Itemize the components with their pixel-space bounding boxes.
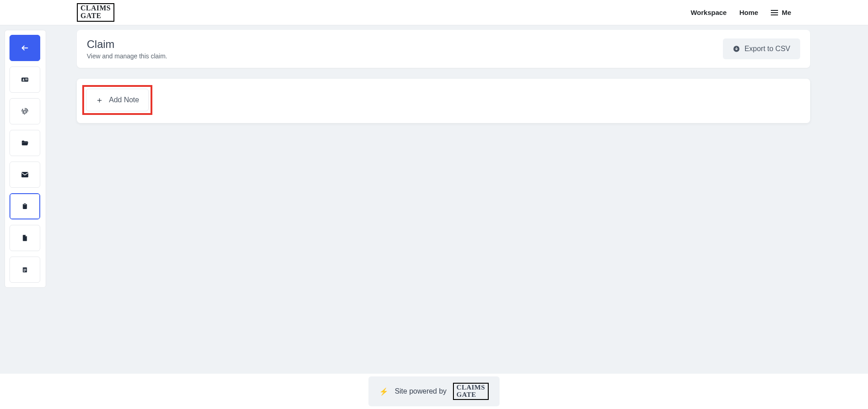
topbar: CLAIMS GATE Workspace Home Me: [0, 0, 868, 25]
svg-rect-4: [25, 80, 28, 80]
page-title: Claim: [87, 38, 167, 51]
brand-line2: GATE: [80, 12, 111, 20]
folder-open-icon: [21, 139, 29, 147]
footer-brand-logo: CLAIMS GATE: [453, 383, 489, 400]
svg-rect-10: [24, 271, 25, 271]
fingerprint-icon: [21, 107, 29, 115]
clipboard-icon: [21, 202, 29, 210]
export-csv-button[interactable]: Export to CSV: [723, 38, 800, 59]
svg-rect-8: [24, 269, 26, 270]
nav-right: Workspace Home Me: [691, 9, 791, 16]
bolt-icon: ⚡: [379, 387, 388, 396]
page-subtitle: View and manage this claim.: [87, 52, 167, 60]
sidebar-back-button[interactable]: [9, 35, 40, 61]
envelope-icon: [21, 171, 29, 179]
footer-powered-by: Site powered by: [395, 387, 447, 395]
nav-me-label: Me: [782, 9, 791, 16]
sidebar: [5, 30, 46, 288]
svg-rect-7: [23, 267, 27, 272]
notes-card: ＋ Add Note: [77, 79, 810, 123]
footer-brand-line2: GATE: [457, 391, 485, 399]
brand-line1: CLAIMS: [80, 5, 111, 12]
brand-logo[interactable]: CLAIMS GATE: [77, 3, 114, 22]
svg-rect-6: [24, 203, 26, 204]
sidebar-notes-button[interactable]: [9, 193, 40, 219]
nav-me[interactable]: Me: [771, 9, 791, 16]
download-circle-icon: [733, 45, 740, 52]
footer-brand-line1: CLAIMS: [457, 384, 485, 391]
plus-icon: ＋: [95, 95, 104, 105]
sidebar-files-button[interactable]: [9, 130, 40, 156]
export-csv-label: Export to CSV: [745, 45, 790, 53]
svg-point-2: [23, 79, 24, 80]
sidebar-contact-button[interactable]: [9, 67, 40, 93]
nav-workspace[interactable]: Workspace: [691, 9, 727, 16]
add-note-highlight: ＋ Add Note: [82, 85, 152, 115]
main-area: Claim View and manage this claim. Export…: [0, 25, 868, 374]
claim-header-text: Claim View and manage this claim.: [87, 38, 167, 60]
add-note-button[interactable]: ＋ Add Note: [86, 89, 149, 111]
content: Claim View and manage this claim. Export…: [77, 30, 810, 123]
svg-rect-3: [25, 79, 28, 79]
footer: ⚡ Site powered by CLAIMS GATE: [0, 374, 868, 409]
menu-icon: [771, 10, 778, 15]
file-icon: [21, 234, 29, 242]
nav-home[interactable]: Home: [739, 9, 758, 16]
id-card-icon: [21, 76, 29, 84]
sidebar-tasks-button[interactable]: [9, 257, 40, 283]
arrow-left-icon: [21, 44, 29, 52]
sidebar-identity-button[interactable]: [9, 98, 40, 124]
sidebar-messages-button[interactable]: [9, 162, 40, 188]
claim-header-card: Claim View and manage this claim. Export…: [77, 30, 810, 68]
footer-pill[interactable]: ⚡ Site powered by CLAIMS GATE: [368, 376, 500, 407]
add-note-label: Add Note: [109, 96, 139, 104]
notepad-icon: [21, 266, 29, 274]
sidebar-documents-button[interactable]: [9, 225, 40, 251]
svg-rect-9: [24, 270, 26, 271]
